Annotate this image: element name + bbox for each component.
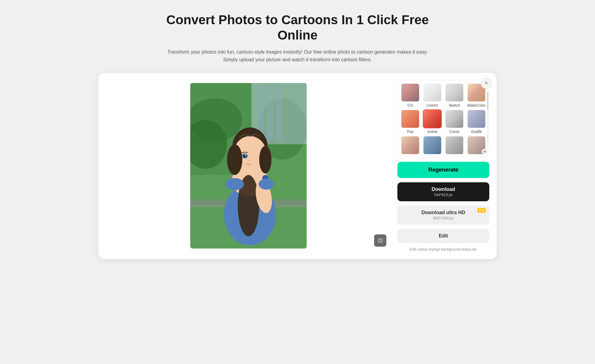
page-description: Transform your photos into fun, cartoon-… [160, 48, 435, 64]
filter-thumb-inner-lineart [423, 84, 441, 101]
scrollbar-thumb[interactable] [487, 92, 488, 110]
filter-thumb-inner-graffiti [468, 110, 485, 128]
svg-point-25 [259, 146, 271, 173]
filter-label-watercolor: WaterColor [467, 103, 486, 108]
filter-label-comic: Comic [449, 130, 460, 134]
main-card: ⊡ × ▲ CGLineArtSketchWaterColorFlatAnime… [98, 73, 497, 259]
edit-hint: Edit cutout,change background,resize,etc [397, 247, 489, 252]
filter-thumb-sketch [445, 83, 464, 102]
svg-rect-7 [267, 86, 273, 141]
image-area: ⊡ [106, 80, 391, 252]
filter-thumb-inner-flat [401, 110, 419, 128]
filter-thumb-r3b [423, 136, 442, 155]
filter-thumb-flat [401, 109, 420, 128]
right-panel: × ▲ CGLineArtSketchWaterColorFlatAnimeCo… [397, 80, 489, 252]
filter-thumb-r3c [445, 136, 464, 155]
scrollbar-track [487, 92, 488, 146]
compare-button[interactable]: ⊡ [374, 234, 386, 247]
pro-badge: Pro [477, 208, 486, 213]
download-hd-button[interactable]: Download ultra HD 680*1024 px Pro [397, 206, 489, 225]
filter-item-anime[interactable]: Anime [422, 109, 442, 134]
svg-point-35 [259, 179, 274, 190]
filter-label-graffiti: Graffiti [471, 130, 482, 134]
filter-label-sketch: Sketch [449, 103, 460, 108]
filter-item-r3a[interactable] [400, 136, 420, 155]
edit-button[interactable]: Edit [397, 229, 489, 243]
filter-item-flat[interactable]: Flat [400, 109, 420, 134]
download-size: 544*819 px [434, 193, 453, 197]
compare-icon: ⊡ [378, 237, 383, 244]
filter-item-sketch[interactable]: Sketch [444, 83, 464, 108]
main-image [190, 83, 307, 248]
filter-thumb-graffiti [467, 109, 486, 128]
filter-thumb-lineart [423, 83, 442, 102]
filter-thumb-r3a [401, 136, 420, 155]
filter-label-lineart: LineArt [426, 103, 438, 108]
svg-point-29 [245, 154, 246, 156]
svg-point-30 [248, 160, 250, 161]
filter-thumb-inner-cg [401, 84, 419, 101]
filter-label-flat: Flat [407, 130, 413, 134]
svg-rect-8 [276, 86, 282, 141]
filter-thumb-inner-comic [445, 110, 463, 128]
download-label: Download [432, 187, 455, 192]
filter-grid-container: ▲ CGLineArtSketchWaterColorFlatAnimeComi… [397, 80, 489, 157]
filter-item-comic[interactable]: Comic [444, 109, 464, 134]
filter-item-graffiti[interactable]: Graffiti [466, 109, 487, 134]
filter-thumb-inner-anime [423, 110, 441, 128]
filter-label-anime: Anime [427, 130, 438, 134]
filter-thumb-anime [423, 109, 442, 128]
scroll-down-icon: ▼ [483, 150, 487, 154]
svg-point-28 [243, 154, 247, 158]
svg-point-24 [227, 144, 242, 175]
download-button[interactable]: Download 544*819 px [397, 182, 489, 201]
close-icon: × [485, 80, 488, 86]
page-title: Convert Photos to Cartoons In 1 Click Fr… [160, 12, 435, 43]
filter-item-cg[interactable]: CG [400, 83, 420, 108]
filter-thumb-inner-r3a [401, 136, 419, 154]
filter-thumb-inner-r3c [445, 136, 463, 154]
filter-label-cg: CG [407, 103, 413, 108]
close-button[interactable]: × [481, 78, 492, 89]
filter-thumb-comic [445, 109, 464, 128]
download-hd-label: Download ultra HD [421, 210, 465, 215]
filter-thumb-inner-sketch [445, 84, 463, 101]
filter-thumb-inner-r3b [423, 136, 441, 154]
filter-item-r3b[interactable] [422, 136, 442, 155]
filter-item-r3c[interactable] [444, 136, 464, 155]
regenerate-button[interactable]: Regenerate [397, 162, 489, 178]
page-header: Convert Photos to Cartoons In 1 Click Fr… [160, 12, 435, 64]
anime-figure-svg [190, 83, 307, 248]
filter-grid: CGLineArtSketchWaterColorFlatAnimeComicG… [400, 83, 487, 155]
scroll-down-button[interactable]: ▼ [482, 149, 488, 155]
filter-item-lineart[interactable]: LineArt [422, 83, 442, 108]
filter-thumb-cg [401, 83, 420, 102]
download-hd-size: 680*1024 px [433, 216, 453, 220]
svg-point-34 [225, 178, 244, 190]
